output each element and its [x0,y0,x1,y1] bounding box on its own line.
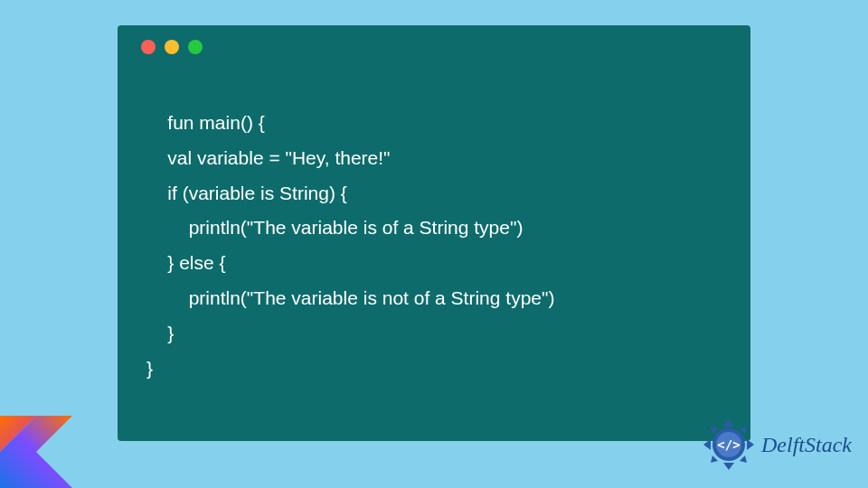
delftstack-branding: </> DelftStack [702,418,852,472]
code-line: if (variable is String) { [146,183,347,203]
svg-marker-8 [711,455,718,463]
code-block: fun main() { val variable = "Hey, there!… [137,70,731,421]
code-line: println("The variable is of a String typ… [146,217,523,238]
svg-marker-2 [723,419,734,427]
code-window: fun main() { val variable = "Hey, there!… [118,25,750,441]
code-line: val variable = "Hey, there!" [146,147,391,168]
maximize-dot-icon [188,40,203,54]
svg-marker-4 [703,439,711,450]
svg-marker-3 [723,463,734,470]
code-line: println("The variable is not of a String… [146,287,554,308]
delftstack-logo-icon: </> [702,418,756,472]
svg-marker-9 [740,455,747,463]
code-line: fun main() { [167,112,264,133]
svg-text:</>: </> [717,437,740,452]
close-dot-icon [141,40,156,54]
minimize-dot-icon [165,40,179,54]
svg-marker-5 [747,439,754,450]
svg-marker-7 [740,427,747,434]
window-controls [137,40,731,54]
code-line: } else { [146,252,226,273]
kotlin-logo-icon [0,416,72,488]
delftstack-name: DelftStack [761,433,852,457]
code-line: } [146,358,153,379]
code-line: } [146,323,174,343]
svg-marker-6 [711,427,718,434]
